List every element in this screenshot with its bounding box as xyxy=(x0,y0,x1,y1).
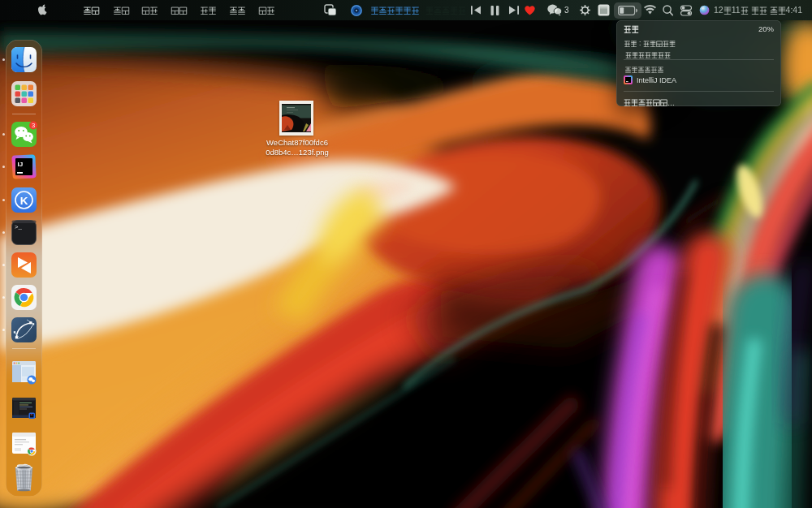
svg-text:3: 3 xyxy=(32,122,35,129)
svg-text:>_: >_ xyxy=(15,224,23,230)
svg-text:K: K xyxy=(20,195,28,207)
svg-text:IJ: IJ xyxy=(18,161,24,168)
